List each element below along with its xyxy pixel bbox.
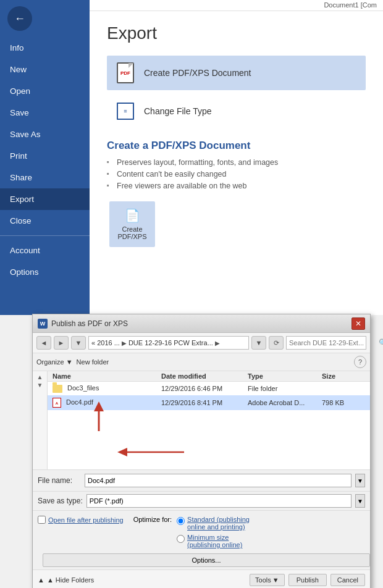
- savetype-dropdown[interactable]: ▼: [355, 494, 365, 508]
- sidebar-item-label: Save As: [10, 130, 41, 139]
- file-list-header: Name Date modified Type Size: [48, 371, 370, 382]
- sidebar-item-open[interactable]: Open: [0, 80, 90, 102]
- savetype-input[interactable]: [86, 494, 351, 508]
- detail-bullet-3: Free viewers are available on the web: [107, 182, 366, 190]
- open-after-checkbox[interactable]: [38, 516, 46, 524]
- sidebar: ← Info New Open Save Save As Print Share…: [0, 0, 90, 315]
- back-button[interactable]: ←: [7, 6, 32, 31]
- minimum-radio[interactable]: [177, 535, 185, 543]
- new-folder-button[interactable]: New folder: [77, 358, 109, 366]
- file-name-doc4: A Doc4.pdf: [53, 398, 161, 408]
- file-name-doc3: Doc3_files: [53, 384, 161, 393]
- sidebar-item-options[interactable]: Options: [0, 261, 90, 283]
- title-bar: Document1 [Com: [90, 0, 383, 11]
- dialog-close-button[interactable]: ✕: [351, 317, 365, 330]
- title-text: Document1 [Com: [324, 1, 377, 9]
- create-pdf-xps-button[interactable]: 📄 Create PDF/XPS: [109, 201, 155, 247]
- organize-label: Organize ▼: [36, 358, 73, 366]
- new-folder-label: New folder: [77, 358, 109, 366]
- dialog-toolbar: ◄ ► ▼ « 2016 ... ▶ DUE 12-29-16 PCW Extr…: [33, 333, 370, 353]
- sidebar-item-label: Export: [10, 195, 34, 204]
- nav-forward-button[interactable]: ►: [54, 336, 69, 350]
- filename-dropdown[interactable]: ▼: [355, 474, 365, 487]
- savetype-dropdown-icon: ▼: [357, 498, 363, 505]
- breadcrumb[interactable]: « 2016 ... ▶ DUE 12-29-16 PCW Extra... ▶: [88, 336, 249, 350]
- standard-radio-label: Standard (publishing online and printing…: [187, 516, 250, 531]
- help-button[interactable]: ?: [354, 356, 366, 368]
- sidebar-item-save[interactable]: Save: [0, 102, 90, 124]
- scroll-down-arrow[interactable]: ▼: [37, 382, 43, 388]
- organize-button[interactable]: Organize ▼: [36, 358, 73, 366]
- nav-dropdown2-icon: ▼: [256, 339, 263, 346]
- sidebar-item-new[interactable]: New: [0, 59, 90, 80]
- help-icon: ?: [358, 358, 362, 366]
- options-bottom: Options...: [33, 551, 370, 569]
- minimum-label-line2: (publishing online): [187, 541, 242, 548]
- sidebar-item-label: Share: [10, 173, 32, 182]
- folder-icon: [53, 385, 62, 393]
- scroll-up-arrow[interactable]: ▲: [37, 374, 43, 380]
- nav-dropdown-icon: ▼: [75, 339, 82, 346]
- tools-label: Tools: [255, 576, 271, 584]
- options-row: Open file after publishing Optimize for:…: [33, 511, 370, 551]
- nav-dropdown2-button[interactable]: ▼: [251, 336, 266, 350]
- close-icon: ✕: [355, 319, 361, 328]
- nav-back-button[interactable]: ◄: [36, 336, 51, 350]
- sidebar-item-info[interactable]: Info: [0, 37, 90, 59]
- file-type-doc4: Adobe Acrobat D...: [248, 399, 322, 406]
- hide-folders-button[interactable]: ▲ ▲ Hide Folders: [38, 576, 94, 584]
- main-content: Export PDF Create PDF/XPS Document ≡ Cha…: [90, 11, 383, 315]
- cancel-button[interactable]: Cancel: [330, 574, 365, 586]
- col-type: Type: [248, 372, 322, 380]
- search-input[interactable]: [287, 339, 377, 346]
- sidebar-item-close[interactable]: Close: [0, 210, 90, 232]
- breadcrumb-part2: DUE 12-29-16 PCW Extra...: [128, 339, 213, 346]
- options-button[interactable]: Options...: [43, 553, 370, 567]
- sidebar-item-save-as[interactable]: Save As: [0, 124, 90, 145]
- col-date: Date modified: [161, 372, 248, 380]
- breadcrumb-part1: « 2016 ...: [91, 339, 120, 346]
- tools-dropdown-icon: ▼: [272, 576, 279, 584]
- file-name-label: Doc3_files: [67, 384, 99, 392]
- standard-radio[interactable]: [177, 517, 185, 525]
- tools-button[interactable]: Tools ▼: [250, 574, 285, 586]
- search-box[interactable]: 🔍: [286, 336, 366, 350]
- minimum-radio-option[interactable]: Minimum size (publishing online): [177, 534, 250, 548]
- red-up-arrow-svg: [91, 401, 106, 432]
- sidebar-item-label: Info: [10, 43, 24, 52]
- export-option-change-file[interactable]: ≡ Change File Type: [107, 94, 366, 128]
- page-title: Export: [107, 23, 366, 43]
- open-after-label: Open file after publishing: [48, 516, 124, 524]
- savetype-row: Save as type: ▼: [33, 492, 370, 511]
- savetype-label: Save as type:: [38, 497, 83, 505]
- filename-input[interactable]: [85, 474, 351, 487]
- export-option-create-pdf[interactable]: PDF Create PDF/XPS Document: [107, 56, 366, 90]
- sidebar-item-label: Options: [10, 267, 39, 277]
- nav-dropdown-button[interactable]: ▼: [71, 336, 86, 350]
- publish-button[interactable]: Publish: [288, 574, 327, 586]
- options-button-label: Options...: [192, 556, 221, 564]
- cancel-label: Cancel: [337, 576, 358, 584]
- filename-label: File name:: [38, 476, 81, 485]
- col-name: Name: [53, 372, 161, 380]
- file-size-doc4: 798 KB: [322, 399, 365, 406]
- second-toolbar: Organize ▼ New folder ?: [33, 353, 370, 371]
- detail-bullet-1: Preserves layout, formatting, fonts, and…: [107, 158, 366, 167]
- file-date-doc4: 12/29/2016 8:41 PM: [161, 399, 248, 406]
- back-icon: ←: [14, 12, 25, 25]
- file-date-doc3: 12/29/2016 6:46 PM: [161, 385, 248, 392]
- open-after-publish-option[interactable]: Open file after publishing: [38, 516, 124, 524]
- detail-bullet-2: Content can't be easily changed: [107, 170, 366, 178]
- search-button[interactable]: 🔍: [377, 338, 383, 347]
- standard-label-line2: online and printing): [187, 523, 245, 531]
- standard-radio-option[interactable]: Standard (publishing online and printing…: [177, 516, 250, 531]
- sidebar-item-account[interactable]: Account: [0, 240, 90, 261]
- minimum-label-line1: Minimum size: [187, 534, 229, 541]
- sidebar-item-print[interactable]: Print: [0, 145, 90, 167]
- pdf-file-icon: A: [53, 398, 61, 408]
- change-file-label: Change File Type: [144, 106, 211, 116]
- file-row-doc3-files[interactable]: Doc3_files 12/29/2016 6:46 PM File folde…: [48, 382, 370, 395]
- sidebar-item-share[interactable]: Share: [0, 167, 90, 188]
- sidebar-item-export[interactable]: Export: [0, 188, 90, 210]
- nav-refresh-button[interactable]: ⟳: [269, 336, 284, 350]
